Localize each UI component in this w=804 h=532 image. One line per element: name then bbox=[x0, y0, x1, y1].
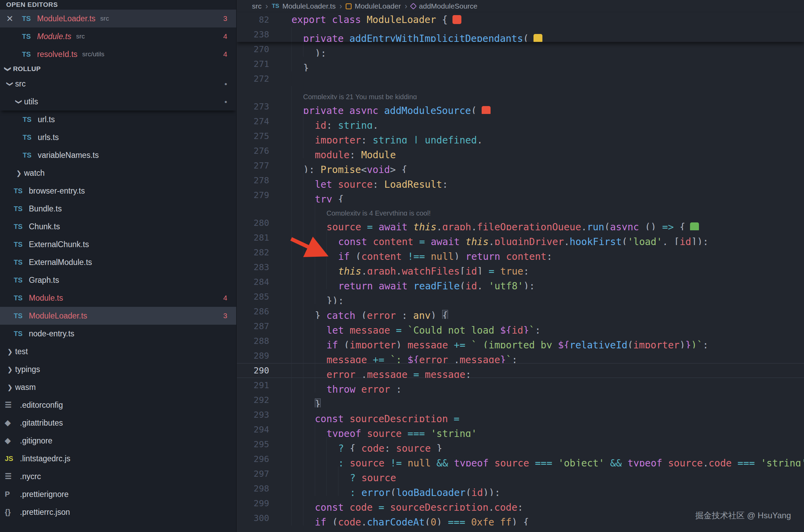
line-number[interactable]: 288 bbox=[237, 334, 269, 348]
line-number[interactable]: 294 bbox=[237, 422, 269, 437]
code-line[interactable]: 289message += `: ${error_.message}`; bbox=[237, 348, 804, 363]
tree-file-node-entry-ts[interactable]: TSnode-entry.ts bbox=[0, 325, 236, 343]
code-line[interactable]: 294typeof source === 'string' bbox=[237, 422, 804, 437]
tree-file-externalchunk-ts[interactable]: TSExternalChunk.ts bbox=[0, 235, 236, 253]
tree-file--nycrc[interactable]: ☰.nycrc bbox=[0, 467, 236, 485]
code-line[interactable]: 238private addEntryWithImplicitDependant… bbox=[237, 27, 804, 42]
line-number[interactable] bbox=[237, 203, 269, 216]
tree-file-url-ts[interactable]: TSurl.ts bbox=[0, 111, 236, 128]
tree-file--prettierignore[interactable]: P.prettierignore bbox=[0, 485, 236, 503]
line-number[interactable]: 82 bbox=[237, 12, 269, 27]
tree-file-externalmodule-ts[interactable]: TSExternalModule.ts bbox=[0, 253, 236, 271]
tree-file-moduleloader-ts[interactable]: TSModuleLoader.ts3 bbox=[0, 307, 236, 325]
tree-folder-typings[interactable]: ❯typings bbox=[0, 360, 236, 378]
line-number[interactable]: 293 bbox=[237, 407, 269, 422]
code-line[interactable]: 274id: string, bbox=[237, 114, 804, 129]
line-number[interactable]: 238 bbox=[237, 27, 269, 42]
line-number[interactable]: 286 bbox=[237, 304, 269, 319]
line-number[interactable]: 271 bbox=[237, 57, 269, 71]
code-line[interactable]: 299const code = sourceDescription.code; bbox=[237, 496, 804, 511]
tree-file-chunk-ts[interactable]: TSChunk.ts bbox=[0, 218, 236, 235]
line-number[interactable]: 283 bbox=[237, 260, 269, 275]
code-line[interactable]: 282if (content !== null) return content; bbox=[237, 245, 804, 260]
close-icon[interactable]: ✕ bbox=[6, 14, 22, 24]
line-number[interactable]: 290 bbox=[237, 363, 269, 378]
code-line[interactable]: 271} bbox=[237, 57, 804, 71]
code-line[interactable]: 281const content = await this.pluginDriv… bbox=[237, 230, 804, 245]
line-number[interactable]: 277 bbox=[237, 158, 269, 173]
open-editors-header[interactable]: OPEN EDITORS bbox=[0, 0, 236, 10]
code-line[interactable]: 279try { bbox=[237, 188, 804, 203]
line-number[interactable]: 295 bbox=[237, 437, 269, 452]
open-editor-item[interactable]: ✕TSModuleLoader.tssrc3 bbox=[0, 10, 236, 27]
line-number[interactable]: 278 bbox=[237, 173, 269, 188]
code-line[interactable]: 298: error(logBadLoader(id)); bbox=[237, 481, 804, 496]
tree-folder-test[interactable]: ❯test bbox=[0, 343, 236, 360]
line-number[interactable]: 284 bbox=[237, 275, 269, 289]
code-line[interactable]: 297? source bbox=[237, 466, 804, 481]
rollup-section-header[interactable]: ❯ ROLLUP bbox=[0, 63, 236, 75]
tree-folder-wasm[interactable]: ❯wasm bbox=[0, 378, 236, 396]
tree-file--gitattributes[interactable]: ◆.gitattributes bbox=[0, 414, 236, 432]
breadcrumb-item-addmodulesource[interactable]: addModuleSource bbox=[411, 2, 477, 10]
breadcrumb-item-moduleloader[interactable]: ModuleLoader bbox=[346, 2, 401, 10]
breadcrumb-item-moduleloader-ts[interactable]: TSModuleLoader.ts bbox=[272, 2, 336, 10]
code-line[interactable]: 291throw error_; bbox=[237, 378, 804, 393]
code-line[interactable]: 283this.graph.watchFiles[id] = true; bbox=[237, 260, 804, 275]
line-number[interactable]: 298 bbox=[237, 481, 269, 496]
line-number[interactable]: 296 bbox=[237, 452, 269, 466]
code-line[interactable]: 287let message = `Could not load ${id}`; bbox=[237, 319, 804, 334]
line-number[interactable]: 291 bbox=[237, 378, 269, 393]
tree-file-bundle-ts[interactable]: TSBundle.ts bbox=[0, 200, 236, 218]
code-line[interactable]: 285}); bbox=[237, 289, 804, 304]
code-line[interactable]: 288if (importer) message += ` (imported … bbox=[237, 334, 804, 348]
line-number[interactable]: 272 bbox=[237, 71, 269, 86]
codelens-label[interactable]: Complexity is 21 You must be kidding bbox=[303, 93, 417, 99]
tree-file--lintstagedrc-js[interactable]: JS.lintstagedrc.js bbox=[0, 450, 236, 467]
line-number[interactable]: 289 bbox=[237, 348, 269, 363]
line-number[interactable]: 292 bbox=[237, 393, 269, 407]
code-line[interactable]: 278let source: LoadResult; bbox=[237, 173, 804, 188]
line-number[interactable] bbox=[237, 86, 269, 99]
tree-file--editorconfig[interactable]: ☰.editorconfig bbox=[0, 396, 236, 414]
code-line[interactable]: 290error_.message = message; bbox=[237, 363, 804, 378]
line-number[interactable]: 275 bbox=[237, 129, 269, 143]
code-line[interactable]: 272 bbox=[237, 71, 804, 86]
line-number[interactable]: 273 bbox=[237, 99, 269, 114]
code-line[interactable]: 82export class ModuleLoader { bbox=[237, 12, 804, 27]
code-line[interactable]: 293const sourceDescription = bbox=[237, 407, 804, 422]
code-line[interactable]: 275importer: string | undefined, bbox=[237, 129, 804, 143]
breadcrumb-item-src[interactable]: src bbox=[252, 2, 262, 10]
line-number[interactable]: 287 bbox=[237, 319, 269, 334]
code-line[interactable]: 273private async addModuleSource( bbox=[237, 99, 804, 114]
line-number[interactable]: 299 bbox=[237, 496, 269, 511]
tree-file-browser-entry-ts[interactable]: TSbrowser-entry.ts bbox=[0, 182, 236, 200]
tree-folder-watch[interactable]: ❯watch bbox=[0, 164, 236, 182]
open-editor-item[interactable]: TSresolveId.tssrc/utils4 bbox=[0, 45, 236, 63]
tree-file-variablenames-ts[interactable]: TSvariableNames.ts bbox=[0, 146, 236, 164]
line-number[interactable]: 300 bbox=[237, 511, 269, 525]
codelens-label[interactable]: Complexity is 4 Everything is cool! bbox=[326, 209, 430, 216]
codelens-row[interactable]: Complexity is 21 You must be kidding bbox=[237, 86, 804, 99]
code-line[interactable]: 270); bbox=[237, 42, 804, 57]
line-number[interactable]: 285 bbox=[237, 289, 269, 304]
line-number[interactable]: 282 bbox=[237, 245, 269, 260]
line-number[interactable]: 280 bbox=[237, 216, 269, 230]
line-number[interactable]: 276 bbox=[237, 143, 269, 158]
code-line[interactable]: 280source = await this.graph.fileOperati… bbox=[237, 216, 804, 230]
code-line[interactable]: 277): Promise<void> { bbox=[237, 158, 804, 173]
code-line[interactable]: 286} catch (error_: any) { bbox=[237, 304, 804, 319]
code-line[interactable]: 276module: Module bbox=[237, 143, 804, 158]
tree-file-module-ts[interactable]: TSModule.ts4 bbox=[0, 289, 236, 307]
code-line[interactable]: 284return await readFile(id, 'utf8'); bbox=[237, 275, 804, 289]
tree-file-graph-ts[interactable]: TSGraph.ts bbox=[0, 271, 236, 289]
line-number[interactable]: 270 bbox=[237, 42, 269, 57]
code-line[interactable]: 295? { code: source } bbox=[237, 437, 804, 452]
tree-file--gitignore[interactable]: ◆.gitignore bbox=[0, 432, 236, 450]
open-editor-item[interactable]: TSModule.tssrc4 bbox=[0, 27, 236, 45]
tree-file-urls-ts[interactable]: TSurls.ts bbox=[0, 128, 236, 146]
tree-folder-src[interactable]: ❯src● bbox=[0, 75, 236, 93]
line-number[interactable]: 279 bbox=[237, 188, 269, 203]
tree-folder-utils[interactable]: ❯utils● bbox=[0, 93, 236, 111]
codelens-row[interactable]: Complexity is 4 Everything is cool! bbox=[237, 203, 804, 216]
